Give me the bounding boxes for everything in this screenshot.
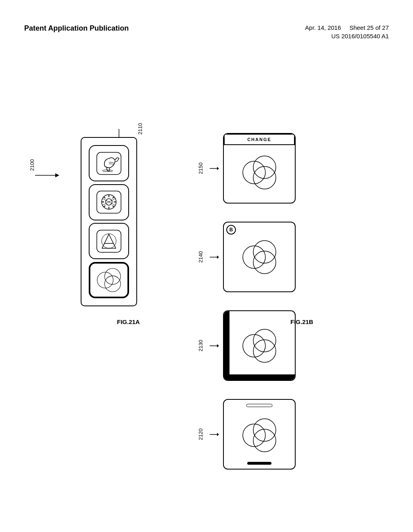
label-2150: 2150 <box>198 162 204 174</box>
b-badge: B <box>226 225 236 235</box>
diagram-2120-group: 2120 <box>198 399 296 470</box>
svg-point-39 <box>253 340 276 362</box>
svg-point-21 <box>102 234 116 248</box>
diagram-2120 <box>223 399 296 470</box>
svg-marker-36 <box>217 344 219 347</box>
panel-left: 2110 <box>81 137 137 306</box>
svg-point-34 <box>253 251 276 274</box>
svg-marker-41 <box>217 433 219 436</box>
diagram-2140-group: 2140 B <box>198 222 296 292</box>
svg-point-33 <box>253 241 276 263</box>
svg-point-44 <box>253 429 276 452</box>
arrow-2130 <box>209 342 219 350</box>
publication-date: Apr. 14, 2016 Sheet 25 of 27 <box>305 24 389 31</box>
arrow-2120 <box>209 430 219 438</box>
svg-marker-26 <box>217 167 219 170</box>
arrow-2140 <box>209 253 219 261</box>
circles-2120-svg <box>233 413 286 457</box>
app-icon-3 <box>89 223 129 259</box>
fig-21a-label: FIG.21A <box>117 318 140 325</box>
svg-point-43 <box>253 419 276 441</box>
header-left: Patent Application Publication <box>24 24 129 33</box>
app-icon-1 <box>89 145 129 181</box>
svg-point-28 <box>253 156 276 179</box>
svg-marker-1 <box>55 173 59 177</box>
header-right: Apr. 14, 2016 Sheet 25 of 27 US 2016/010… <box>305 24 389 39</box>
svg-marker-19 <box>102 234 116 248</box>
label-2120: 2120 <box>198 428 204 440</box>
page-header: Patent Application Publication Apr. 14, … <box>0 24 413 39</box>
diagram-2130 <box>223 310 296 381</box>
diagram-area: 2100 2110 <box>0 64 413 532</box>
arrow-2100-svg <box>33 169 61 181</box>
label-2100-text: 2100 <box>29 159 35 171</box>
svg-point-38 <box>253 329 276 352</box>
svg-marker-31 <box>217 256 219 259</box>
svg-line-14 <box>113 197 114 198</box>
bird-icon-svg <box>95 150 123 177</box>
svg-line-13 <box>113 206 114 207</box>
svg-point-23 <box>104 268 121 285</box>
label-2140: 2140 <box>198 251 204 263</box>
diagram-2150-group: 2150 CHANGE <box>198 133 296 204</box>
settings-icon-svg <box>95 189 123 215</box>
svg-point-32 <box>243 246 265 268</box>
svg-point-24 <box>104 276 121 292</box>
diagram-2140: B <box>223 222 296 292</box>
app-icon-2 <box>89 184 129 220</box>
publication-title: Patent Application Publication <box>24 24 129 33</box>
circles-2140-svg <box>233 235 286 279</box>
circles-icon-svg <box>90 262 127 298</box>
circles-2150-svg <box>233 150 286 195</box>
circles-2130-svg <box>233 324 286 368</box>
appstore-icon-svg <box>95 228 123 254</box>
diagram-2130-group: 2130 <box>198 310 296 381</box>
svg-point-29 <box>253 166 276 189</box>
change-banner: CHANGE <box>224 134 295 145</box>
svg-point-27 <box>243 161 265 184</box>
svg-rect-18 <box>97 230 121 252</box>
phone-outline <box>81 137 137 306</box>
svg-point-37 <box>243 335 265 357</box>
arrow-2150 <box>209 164 219 172</box>
label-2110: 2110 <box>137 123 143 135</box>
label-2130: 2130 <box>198 340 204 351</box>
svg-point-22 <box>97 272 113 288</box>
fig-21b-label: FIG.21B <box>290 318 313 325</box>
svg-line-12 <box>104 197 105 198</box>
svg-point-42 <box>243 424 265 447</box>
diagram-2150: CHANGE <box>223 133 296 204</box>
label-2100: 2100 <box>33 169 61 183</box>
svg-line-15 <box>104 206 105 207</box>
patent-number: US 2016/0105540 A1 <box>331 33 389 39</box>
app-icon-4-selected <box>89 262 129 298</box>
